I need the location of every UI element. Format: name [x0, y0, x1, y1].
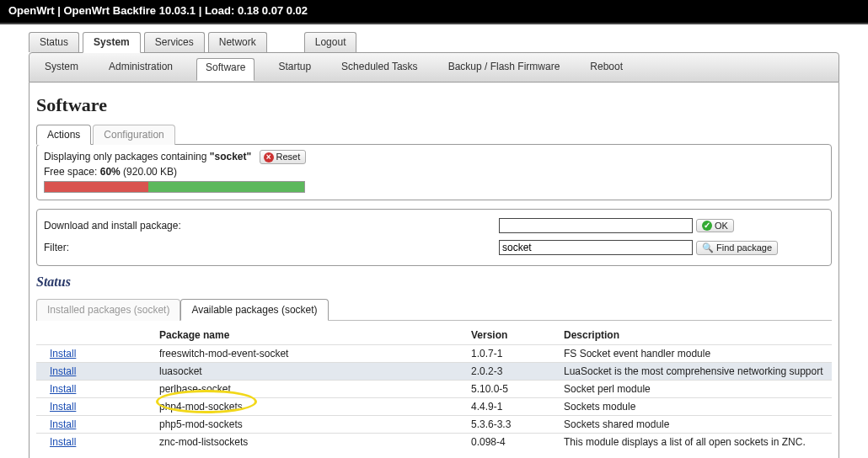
subtab-software[interactable]: Software	[196, 58, 255, 81]
package-name: php4-mod-sockets	[154, 398, 466, 416]
download-row: Download and install package: ✓OK	[44, 215, 824, 237]
table-row: Installphp4-mod-sockets4.4.9-1Sockets mo…	[36, 398, 832, 416]
subtab-reboot[interactable]: Reboot	[583, 58, 630, 77]
section-tab-actions[interactable]: Actions	[36, 125, 91, 145]
package-version: 5.3.6-3.3	[466, 416, 559, 434]
free-space-prefix: Free space:	[44, 166, 100, 178]
top-bar: OpenWrt | OpenWrt Backfire 10.03.1 | Loa…	[0, 0, 868, 23]
free-space-pct: 60%	[100, 166, 121, 178]
main-tabs: Status System Services Network Logout	[29, 31, 868, 52]
free-space-row: Free space: 60% (920.00 KB)	[44, 166, 824, 178]
table-row: Installznc-mod-listsockets0.098-4This mo…	[36, 434, 832, 451]
package-description: Socket perl module	[559, 381, 832, 398]
package-name: luasocket	[154, 363, 466, 381]
reset-button[interactable]: ×Reset	[260, 150, 307, 164]
filter-label: Filter:	[44, 242, 499, 253]
package-version: 2.0.2-3	[466, 363, 559, 381]
install-link[interactable]: Install	[50, 348, 76, 359]
tab-status[interactable]: Status	[29, 32, 79, 52]
table-row: Installluasocket2.0.2-3LuaSocket is the …	[36, 363, 832, 381]
package-description: Sockets shared module	[559, 416, 832, 434]
package-name: freeswitch-mod-event-socket	[154, 345, 466, 363]
ok-button[interactable]: ✓OK	[696, 219, 734, 232]
used-bar	[45, 182, 148, 192]
package-version: 5.10.0-5	[466, 381, 559, 398]
tab-network[interactable]: Network	[208, 32, 267, 52]
subtab-scheduled[interactable]: Scheduled Tasks	[335, 58, 425, 77]
install-link[interactable]: Install	[50, 365, 76, 377]
package-description: FS Socket event handler module	[559, 345, 832, 363]
filter-term: "socket"	[210, 151, 251, 162]
free-space-size: (920.00 KB)	[123, 166, 177, 178]
subtab-backup[interactable]: Backup / Flash Firmware	[442, 58, 567, 77]
subtab-administration[interactable]: Administration	[102, 58, 179, 77]
free-bar	[148, 182, 304, 192]
download-input[interactable]	[499, 218, 693, 233]
actions-panel: Displaying only packages containing "soc…	[36, 144, 832, 200]
install-link[interactable]: Install	[50, 436, 76, 448]
tab-logout[interactable]: Logout	[304, 32, 357, 52]
col-name: Package name	[154, 326, 466, 345]
package-name: perlbase-socket	[154, 381, 466, 398]
package-version: 1.0.7-1	[466, 345, 559, 363]
status-heading: Status	[36, 274, 832, 290]
install-link[interactable]: Install	[50, 418, 76, 430]
install-link[interactable]: Install	[50, 401, 76, 413]
page-title: Software	[36, 94, 832, 116]
tab-services[interactable]: Services	[144, 32, 205, 52]
filter-msg-prefix: Displaying only packages containing	[44, 151, 210, 162]
check-icon: ✓	[702, 221, 712, 231]
install-panel: Download and install package: ✓OK Filter…	[36, 209, 832, 266]
subtab-system[interactable]: System	[38, 58, 85, 77]
tab-installed-packages[interactable]: Installed packages (socket)	[36, 299, 180, 321]
page-body: Software Actions Configuration Displayin…	[29, 83, 839, 458]
package-description: Sockets module	[559, 398, 832, 416]
section-tab-configuration[interactable]: Configuration	[93, 125, 174, 145]
top-bar-edge	[0, 23, 868, 24]
search-icon: 🔍	[702, 242, 714, 253]
package-description: This module displays a list of all open …	[559, 434, 832, 451]
package-name: znc-mod-listsockets	[154, 434, 466, 451]
package-table: Package name Version Description Install…	[36, 326, 832, 450]
package-version: 4.4.9-1	[466, 398, 559, 416]
col-action	[36, 326, 154, 345]
close-icon: ×	[264, 152, 274, 162]
col-description: Description	[559, 326, 832, 345]
col-version: Version	[466, 326, 559, 345]
package-tabs: Installed packages (socket) Available pa…	[36, 298, 832, 321]
free-space-bar	[44, 181, 305, 193]
table-row: Installperlbase-socket5.10.0-5Socket per…	[36, 381, 832, 398]
tab-available-packages[interactable]: Available packages (socket)	[180, 299, 328, 321]
download-label: Download and install package:	[44, 220, 499, 232]
package-version: 0.098-4	[466, 434, 559, 451]
reset-label: Reset	[276, 152, 301, 162]
section-tabs: Actions Configuration	[36, 125, 835, 145]
filter-row: Filter: 🔍Find package	[44, 237, 824, 258]
tab-system[interactable]: System	[83, 32, 141, 53]
package-name: php5-mod-sockets	[154, 416, 466, 434]
subtab-startup[interactable]: Startup	[271, 58, 318, 77]
filter-message: Displaying only packages containing "soc…	[44, 150, 824, 164]
ok-label: OK	[715, 221, 728, 231]
filter-input[interactable]	[499, 240, 693, 255]
table-row: Installphp5-mod-sockets5.3.6-3.3Sockets …	[36, 416, 832, 434]
find-label: Find package	[716, 242, 772, 253]
find-package-button[interactable]: 🔍Find package	[696, 241, 778, 255]
install-link[interactable]: Install	[50, 383, 76, 395]
package-description: LuaSocket is the most comprehensive netw…	[559, 363, 832, 381]
sub-tabs: System Administration Software Startup S…	[29, 52, 839, 83]
table-row: Installfreeswitch-mod-event-socket1.0.7-…	[36, 345, 832, 363]
